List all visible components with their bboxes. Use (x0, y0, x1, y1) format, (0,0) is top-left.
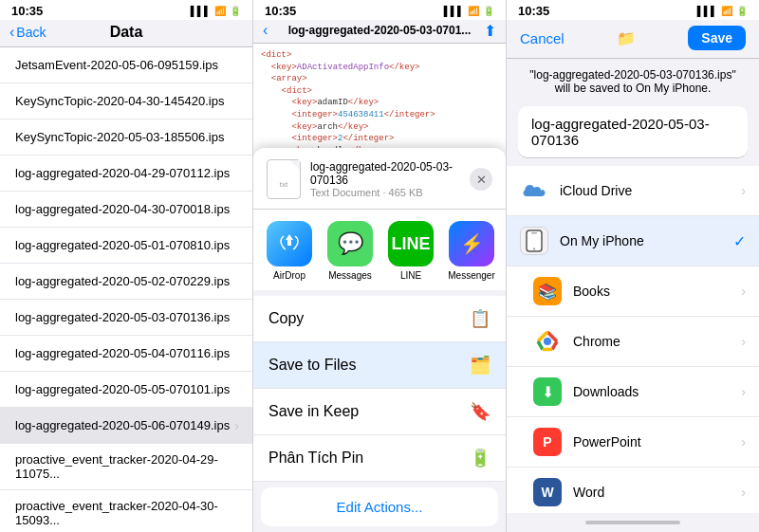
list-item[interactable]: log-aggregated-2020-05-06-070149.ips › (0, 408, 252, 444)
list-item[interactable]: log-aggregated-2020-05-01-070810.ips (0, 228, 252, 264)
location-books[interactable]: 📚 Books › (507, 266, 759, 317)
signal-icon: ▌▌▌ (444, 6, 464, 16)
panel-save-location: 10:35 ▌▌▌ 📶 🔋 Cancel 📁 Save "log-aggrega… (507, 0, 759, 532)
edit-actions-label: Edit Actions... (337, 499, 423, 515)
file-name: KeySyncTopic-2020-05-03-185506.ips (15, 130, 224, 144)
share-sheet: txt log-aggregated-2020-05-03-070136 Tex… (253, 148, 506, 532)
chevron-right-icon: › (741, 384, 746, 399)
phan-tich-pin-label: Phân Tích Pin (268, 449, 363, 467)
chrome-icon (533, 327, 562, 356)
status-icons-2: ▌▌▌ 📶 🔋 (444, 6, 494, 16)
location-list: iCloud Drive › On My iPhone ✓ 📚 Books › (507, 166, 759, 513)
share-app-messenger[interactable]: ⚡ Messenger (445, 221, 498, 281)
save-filename-field[interactable]: log-aggregated-2020-05-03-070136 (518, 106, 748, 158)
powerpoint-icon: P (533, 428, 562, 456)
cancel-button[interactable]: Cancel (520, 30, 565, 46)
file-type-label: txt (280, 171, 287, 189)
file-name: proactive_event_tracker-2020-04-29-11075… (15, 452, 239, 481)
wifi-icon: 📶 (721, 6, 732, 16)
list-item[interactable]: proactive_event_tracker-2020-04-30-15093… (0, 490, 252, 532)
file-name: log-aggregated-2020-05-04-070116.ips (15, 346, 230, 360)
status-bar-1: 10:35 ▌▌▌ 📶 🔋 (0, 0, 252, 20)
xml-line: <key>ADActivatedAppInfo</key> (261, 62, 498, 74)
iphone-location-icon (520, 227, 548, 255)
copy-icon: 📋 (470, 308, 491, 329)
status-bar-3: 10:35 ▌▌▌ 📶 🔋 (507, 0, 759, 20)
location-on-my-iphone[interactable]: On My iPhone ✓ (507, 216, 759, 266)
airdrop-label: AirDrop (273, 270, 305, 281)
share-close-button[interactable]: ✕ (470, 168, 492, 191)
bottom-bar (507, 513, 759, 532)
phan-tich-pin-action[interactable]: Phân Tích Pin 🔋 (253, 435, 506, 482)
location-downloads[interactable]: ⬇ Downloads › (507, 367, 759, 417)
word-label: Word (573, 485, 730, 500)
file-name: log-aggregated-2020-04-29-070112.ips (15, 166, 230, 180)
share-file-size: Text Document · 465 KB (310, 187, 460, 198)
xml-line: <array> (261, 73, 498, 85)
location-chrome[interactable]: Chrome › (507, 317, 759, 367)
chrome-label: Chrome (573, 334, 730, 349)
time-3: 10:35 (518, 4, 549, 18)
list-item[interactable]: JetsamEvent-2020-05-06-095159.ips (0, 47, 252, 83)
xml-line: <dict> (261, 49, 498, 62)
save-button[interactable]: Save (688, 26, 746, 50)
share-app-line[interactable]: LINE LINE (384, 221, 437, 281)
on-my-iphone-label: On My iPhone (560, 233, 722, 248)
share-app-airdrop[interactable]: AirDrop (263, 221, 316, 281)
svg-point-4 (544, 338, 551, 345)
location-powerpoint[interactable]: P PowerPoint › (507, 417, 759, 468)
location-icloud-drive[interactable]: iCloud Drive › (507, 166, 759, 216)
list-item[interactable]: log-aggregated-2020-05-05-070101.ips (0, 372, 252, 408)
xml-back-button[interactable]: ‹ (263, 22, 268, 39)
save-nav-icons: 📁 (617, 29, 636, 47)
file-name: log-aggregated-2020-05-05-070101.ips (15, 382, 230, 396)
icloud-icon (520, 176, 548, 205)
share-apps-row: AirDrop 💬 Messages LINE LINE ⚡ Messenger (253, 210, 506, 290)
icloud-drive-label: iCloud Drive (560, 183, 730, 198)
list-item[interactable]: log-aggregated-2020-05-04-070116.ips (0, 336, 252, 372)
save-to-files-action[interactable]: Save to Files 🗂️ (253, 342, 506, 389)
nav-bar-2: ‹ log-aggregated-2020-05-03-0701... ⬆ (253, 20, 506, 44)
share-file-name: log-aggregated-2020-05-03-070136 (310, 160, 460, 187)
bookmark-icon: 🔖 (470, 401, 491, 422)
list-item[interactable]: log-aggregated-2020-05-02-070229.ips (0, 264, 252, 300)
save-in-keep-action[interactable]: Save in Keep 🔖 (253, 389, 506, 435)
file-name: proactive_event_tracker-2020-04-30-15093… (15, 499, 239, 527)
file-name: log-aggregated-2020-05-06-070149.ips (15, 418, 230, 432)
battery-icon: 🔋 (483, 6, 494, 16)
copy-action[interactable]: Copy 📋 (253, 296, 506, 342)
downloads-label: Downloads (573, 384, 730, 399)
list-item[interactable]: log-aggregated-2020-05-03-070136.ips (0, 300, 252, 336)
time-1: 10:35 (11, 4, 43, 18)
airdrop-icon (267, 221, 312, 266)
wifi-icon: 📶 (468, 6, 479, 16)
messages-label: Messages (328, 270, 372, 281)
file-name: log-aggregated-2020-05-01-070810.ips (15, 238, 230, 252)
folder-nav-icon: 📁 (617, 29, 636, 47)
upload-icon[interactable]: ⬆ (484, 22, 496, 40)
xml-line: <integer>454638411</integer> (261, 109, 498, 121)
books-icon: 📚 (533, 277, 562, 305)
location-word[interactable]: W Word › (507, 468, 759, 513)
edit-actions-button[interactable]: Edit Actions... (261, 487, 498, 526)
svg-point-2 (533, 248, 535, 249)
chevron-right-icon: › (741, 434, 746, 449)
xml-line: <integer>2</integer> (261, 133, 498, 145)
word-icon: W (533, 478, 562, 506)
list-item[interactable]: KeySyncTopic-2020-05-03-185506.ips (0, 119, 252, 156)
file-list[interactable]: JetsamEvent-2020-05-06-095159.ips KeySyn… (0, 47, 252, 532)
panel-xml-viewer: 10:35 ▌▌▌ 📶 🔋 ‹ log-aggregated-2020-05-0… (253, 0, 507, 532)
save-hint-text: "log-aggregated-2020-05-03-070136.ips" w… (507, 59, 759, 99)
checkmark-icon: ✓ (733, 232, 746, 250)
list-item[interactable]: log-aggregated-2020-04-30-070018.ips (0, 192, 252, 228)
chevron-right-icon: › (741, 284, 746, 299)
share-app-messages[interactable]: 💬 Messages (324, 221, 377, 281)
messenger-icon: ⚡ (449, 221, 494, 266)
save-nav-bar: Cancel 📁 Save (507, 20, 759, 59)
svg-rect-1 (531, 232, 537, 234)
copy-label: Copy (268, 310, 304, 327)
list-item[interactable]: KeySyncTopic-2020-04-30-145420.ips (0, 83, 252, 119)
list-item[interactable]: log-aggregated-2020-04-29-070112.ips (0, 156, 252, 192)
list-item[interactable]: proactive_event_tracker-2020-04-29-11075… (0, 444, 252, 490)
back-button[interactable]: ‹ Back (9, 24, 46, 41)
